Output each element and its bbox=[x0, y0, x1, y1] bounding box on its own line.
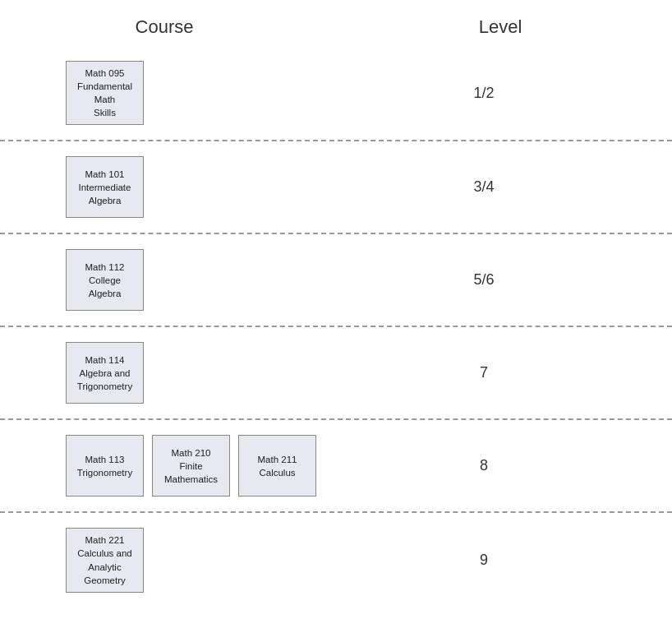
level-label-1: 3/4 bbox=[329, 178, 672, 196]
level-label-2: 5/6 bbox=[329, 271, 672, 289]
course-area-2: Math 112 College Algebra bbox=[0, 249, 329, 311]
course-box-math-211: Math 211 Calculus bbox=[238, 435, 316, 497]
course-area-5: Math 221 Calculus and Analytic Geometry bbox=[0, 528, 329, 592]
course-box-math-101: Math 101 Intermediate Algebra bbox=[66, 156, 144, 218]
course-box-math-113: Math 113 Trigonometry bbox=[66, 435, 144, 497]
course-box-math-221: Math 221 Calculus and Analytic Geometry bbox=[66, 528, 144, 592]
course-box-math-114: Math 114 Algebra and Trigonometry bbox=[66, 342, 144, 404]
course-area-4: Math 113 TrigonometryMath 210 Finite Mat… bbox=[0, 435, 329, 497]
level-label-0: 1/2 bbox=[329, 85, 672, 102]
level-label-5: 9 bbox=[329, 552, 672, 569]
course-box-math-210: Math 210 Finite Mathematics bbox=[152, 435, 230, 497]
level-row-4: Math 113 TrigonometryMath 210 Finite Mat… bbox=[0, 420, 672, 513]
course-area-1: Math 101 Intermediate Algebra bbox=[0, 156, 329, 218]
level-column-header: Level bbox=[329, 16, 672, 38]
rows-container: Math 095 Fundamental Math Skills1/2Math … bbox=[0, 46, 672, 607]
course-area-3: Math 114 Algebra and Trigonometry bbox=[0, 342, 329, 404]
level-row-3: Math 114 Algebra and Trigonometry7 bbox=[0, 327, 672, 420]
level-label-3: 7 bbox=[329, 364, 672, 381]
level-row-5: Math 221 Calculus and Analytic Geometry9 bbox=[0, 513, 672, 607]
level-row-0: Math 095 Fundamental Math Skills1/2 bbox=[0, 46, 672, 141]
header-row: Course Level bbox=[0, 0, 672, 46]
level-label-4: 8 bbox=[329, 457, 672, 474]
level-row-2: Math 112 College Algebra5/6 bbox=[0, 234, 672, 327]
course-column-header: Course bbox=[0, 16, 329, 38]
course-area-0: Math 095 Fundamental Math Skills bbox=[0, 61, 329, 125]
course-box-math-095: Math 095 Fundamental Math Skills bbox=[66, 61, 144, 125]
level-row-1: Math 101 Intermediate Algebra3/4 bbox=[0, 141, 672, 234]
course-box-math-112: Math 112 College Algebra bbox=[66, 249, 144, 311]
